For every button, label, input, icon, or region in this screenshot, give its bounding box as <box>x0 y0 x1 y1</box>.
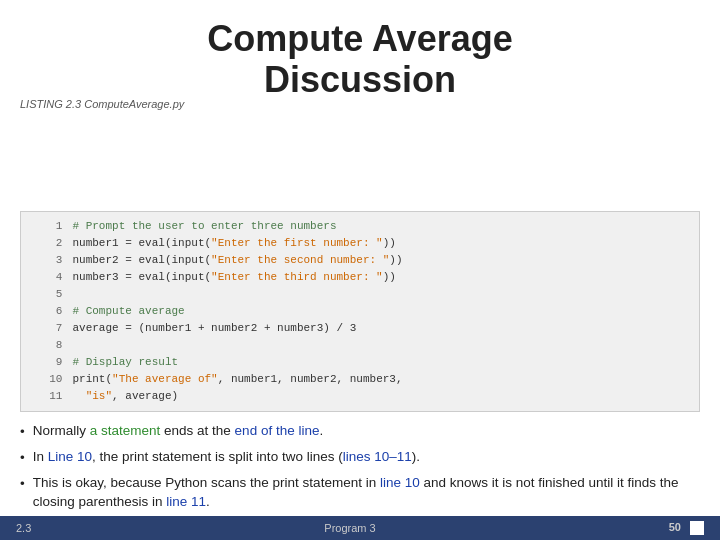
bullet-3-line10: line 10 <box>380 475 420 490</box>
footer-page: 50 <box>669 521 704 535</box>
code-row-1: 1 # Prompt the user to enter three numbe… <box>29 218 691 235</box>
line-num-11: 11 <box>29 388 72 405</box>
slide-header: Compute AverageDiscussion <box>0 0 720 111</box>
code-row-2: 2 number1 = eval(input("Enter the first … <box>29 235 691 252</box>
footer-program: Program 3 <box>324 522 375 534</box>
code-line-10: print("The average of", number1, number2… <box>72 371 691 388</box>
bullet-3-text: This is okay, because Python scans the p… <box>33 474 700 512</box>
code-row-9: 9 # Display result <box>29 354 691 371</box>
code-row-11: 11 "is", average) <box>29 388 691 405</box>
code-line-2: number1 = eval(input("Enter the first nu… <box>72 235 691 252</box>
bullet-2-line10: Line 10 <box>48 449 92 464</box>
code-line-7: average = (number1 + number2 + number3) … <box>72 320 691 337</box>
code-row-7: 7 average = (number1 + number2 + number3… <box>29 320 691 337</box>
line-num-5: 5 <box>29 286 72 303</box>
footer-section: 2.3 <box>16 522 31 534</box>
code-line-9: # Display result <box>72 354 691 371</box>
code-row-8: 8 <box>29 337 691 354</box>
bullet-1-link: end of the line <box>235 423 320 438</box>
code-line-6: # Compute average <box>72 303 691 320</box>
code-row-10: 10 print("The average of", number1, numb… <box>29 371 691 388</box>
footer-page-num: 50 <box>669 521 681 533</box>
bullet-dot-1: • <box>20 423 25 442</box>
line-num-8: 8 <box>29 337 72 354</box>
line-num-9: 9 <box>29 354 72 371</box>
line-num-1: 1 <box>29 218 72 235</box>
code-block: 1 # Prompt the user to enter three numbe… <box>20 211 700 413</box>
bullet-dot-3: • <box>20 475 25 494</box>
code-line-5 <box>72 286 691 303</box>
line-num-3: 3 <box>29 252 72 269</box>
code-row-5: 5 <box>29 286 691 303</box>
line-num-7: 7 <box>29 320 72 337</box>
code-line-3: number2 = eval(input("Enter the second n… <box>72 252 691 269</box>
line-num-2: 2 <box>29 235 72 252</box>
bullet-2-lines: lines 10–11 <box>343 449 412 464</box>
bullet-1-green: a statement <box>90 423 161 438</box>
bullet-1-text: Normally a statement ends at the end of … <box>33 422 323 441</box>
footer: 2.3 Program 3 50 <box>0 516 720 540</box>
bullet-1: • Normally a statement ends at the end o… <box>20 422 700 442</box>
bullet-3-line11: line 11 <box>166 494 206 509</box>
code-line-1: # Prompt the user to enter three numbers <box>72 218 691 235</box>
bullet-3: • This is okay, because Python scans the… <box>20 474 700 512</box>
bullet-2: • In Line 10, the print statement is spl… <box>20 448 700 468</box>
listing-label: LISTING 2.3 ComputeAverage.py <box>20 98 184 110</box>
bullet-2-text: In Line 10, the print statement is split… <box>33 448 420 467</box>
footer-icon <box>690 521 704 535</box>
code-table: 1 # Prompt the user to enter three numbe… <box>29 218 691 406</box>
code-row-3: 3 number2 = eval(input("Enter the second… <box>29 252 691 269</box>
slide-title: Compute AverageDiscussion <box>40 18 680 101</box>
code-line-4: number3 = eval(input("Enter the third nu… <box>72 269 691 286</box>
line-num-4: 4 <box>29 269 72 286</box>
code-line-11: "is", average) <box>72 388 691 405</box>
bullet-dot-2: • <box>20 449 25 468</box>
line-num-6: 6 <box>29 303 72 320</box>
code-row-4: 4 number3 = eval(input("Enter the third … <box>29 269 691 286</box>
code-row-6: 6 # Compute average <box>29 303 691 320</box>
code-line-8 <box>72 337 691 354</box>
line-num-10: 10 <box>29 371 72 388</box>
